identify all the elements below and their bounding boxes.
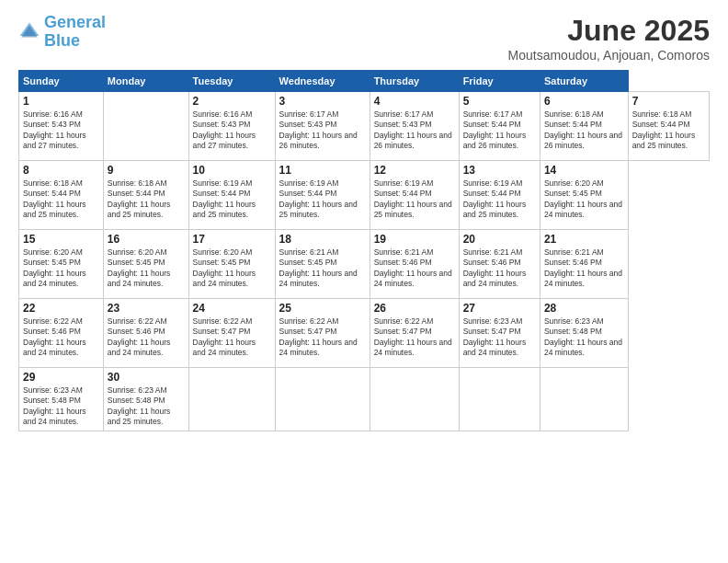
sunrise-text: Sunrise: 6:17 AM — [463, 109, 536, 120]
day-info: Sunrise: 6:20 AM Sunset: 5:45 PM Dayligh… — [544, 178, 624, 221]
calendar-week-row: 29 Sunrise: 6:23 AM Sunset: 5:48 PM Dayl… — [19, 368, 710, 431]
sunrise-text: Sunrise: 6:17 AM — [279, 109, 366, 120]
daylight-text: Daylight: 11 hours and 24 minutes. — [23, 407, 99, 428]
sunset-text: Sunset: 5:47 PM — [193, 327, 271, 337]
sunset-text: Sunset: 5:46 PM — [544, 258, 624, 268]
day-info: Sunrise: 6:17 AM Sunset: 5:44 PM Dayligh… — [463, 109, 536, 152]
day-info: Sunrise: 6:22 AM Sunset: 5:47 PM Dayligh… — [193, 316, 271, 359]
day-number: 14 — [544, 164, 624, 177]
day-number: 29 — [23, 371, 99, 384]
day-number: 8 — [23, 164, 99, 177]
daylight-text: Daylight: 11 hours and 24 minutes. — [279, 269, 366, 290]
table-row: 11 Sunrise: 6:19 AM Sunset: 5:44 PM Dayl… — [275, 161, 370, 230]
table-row: 3 Sunrise: 6:17 AM Sunset: 5:43 PM Dayli… — [275, 92, 370, 161]
day-info: Sunrise: 6:18 AM Sunset: 5:44 PM Dayligh… — [23, 178, 99, 221]
sunrise-text: Sunrise: 6:20 AM — [544, 178, 624, 189]
day-info: Sunrise: 6:18 AM Sunset: 5:44 PM Dayligh… — [544, 109, 624, 152]
day-info: Sunrise: 6:21 AM Sunset: 5:46 PM Dayligh… — [544, 247, 624, 290]
sunset-text: Sunset: 5:46 PM — [108, 327, 185, 337]
table-row: 26 Sunrise: 6:22 AM Sunset: 5:47 PM Dayl… — [370, 299, 459, 368]
sunrise-text: Sunrise: 6:22 AM — [193, 316, 271, 327]
daylight-text: Daylight: 11 hours and 25 minutes. — [108, 407, 185, 428]
day-info: Sunrise: 6:23 AM Sunset: 5:47 PM Dayligh… — [463, 316, 536, 359]
day-number: 21 — [544, 233, 624, 246]
daylight-text: Daylight: 11 hours and 26 minutes. — [463, 131, 536, 152]
table-row: 2 Sunrise: 6:16 AM Sunset: 5:43 PM Dayli… — [188, 92, 275, 161]
day-number: 13 — [463, 164, 536, 177]
table-row: 18 Sunrise: 6:21 AM Sunset: 5:45 PM Dayl… — [275, 230, 370, 299]
daylight-text: Daylight: 11 hours and 27 minutes. — [193, 131, 271, 152]
day-info: Sunrise: 6:22 AM Sunset: 5:47 PM Dayligh… — [279, 316, 366, 359]
day-info: Sunrise: 6:20 AM Sunset: 5:45 PM Dayligh… — [193, 247, 271, 290]
calendar-week-row: 8 Sunrise: 6:18 AM Sunset: 5:44 PM Dayli… — [19, 161, 710, 230]
table-row — [188, 368, 275, 431]
sunset-text: Sunset: 5:47 PM — [463, 327, 536, 337]
table-row — [275, 368, 370, 431]
daylight-text: Daylight: 11 hours and 24 minutes. — [193, 269, 271, 290]
day-number: 26 — [374, 302, 455, 315]
day-info: Sunrise: 6:18 AM Sunset: 5:44 PM Dayligh… — [632, 109, 705, 152]
sunset-text: Sunset: 5:46 PM — [374, 258, 455, 268]
day-number: 9 — [108, 164, 185, 177]
table-row: 16 Sunrise: 6:20 AM Sunset: 5:45 PM Dayl… — [103, 230, 188, 299]
sunrise-text: Sunrise: 6:23 AM — [463, 316, 536, 327]
table-row: 29 Sunrise: 6:23 AM Sunset: 5:48 PM Dayl… — [19, 368, 104, 431]
sunset-text: Sunset: 5:47 PM — [374, 327, 455, 337]
day-number: 28 — [544, 302, 624, 315]
day-number: 10 — [193, 164, 271, 177]
table-row: 6 Sunrise: 6:18 AM Sunset: 5:44 PM Dayli… — [540, 92, 628, 161]
table-row: 12 Sunrise: 6:19 AM Sunset: 5:44 PM Dayl… — [370, 161, 459, 230]
sunset-text: Sunset: 5:43 PM — [193, 120, 271, 130]
table-row: 14 Sunrise: 6:20 AM Sunset: 5:45 PM Dayl… — [540, 161, 628, 230]
table-row: 1 Sunrise: 6:16 AM Sunset: 5:43 PM Dayli… — [19, 92, 104, 161]
daylight-text: Daylight: 11 hours and 26 minutes. — [279, 131, 366, 152]
day-number: 12 — [374, 164, 455, 177]
header-tuesday: Tuesday — [188, 71, 275, 92]
day-info: Sunrise: 6:19 AM Sunset: 5:44 PM Dayligh… — [193, 178, 271, 221]
day-number: 16 — [108, 233, 185, 246]
sunrise-text: Sunrise: 6:23 AM — [544, 316, 624, 327]
header-saturday: Saturday — [540, 71, 628, 92]
header-friday: Friday — [459, 71, 540, 92]
sunrise-text: Sunrise: 6:21 AM — [544, 247, 624, 258]
header-monday: Monday — [103, 71, 188, 92]
day-number: 11 — [279, 164, 366, 177]
header: General Blue June 2025 Moutsamoudou, Anj… — [18, 14, 710, 63]
table-row: 9 Sunrise: 6:18 AM Sunset: 5:44 PM Dayli… — [103, 161, 188, 230]
sunset-text: Sunset: 5:44 PM — [463, 189, 536, 199]
calendar-table: Sunday Monday Tuesday Wednesday Thursday… — [18, 70, 710, 431]
sunset-text: Sunset: 5:48 PM — [23, 396, 99, 406]
day-number: 30 — [108, 371, 185, 384]
calendar-week-row: 15 Sunrise: 6:20 AM Sunset: 5:45 PM Dayl… — [19, 230, 710, 299]
sunrise-text: Sunrise: 6:18 AM — [108, 178, 185, 189]
daylight-text: Daylight: 11 hours and 25 minutes. — [108, 200, 185, 221]
daylight-text: Daylight: 11 hours and 24 minutes. — [374, 269, 455, 290]
sunset-text: Sunset: 5:46 PM — [463, 258, 536, 268]
logo-text: General Blue — [44, 14, 106, 51]
table-row: 23 Sunrise: 6:22 AM Sunset: 5:46 PM Dayl… — [103, 299, 188, 368]
table-row: 27 Sunrise: 6:23 AM Sunset: 5:47 PM Dayl… — [459, 299, 540, 368]
sunset-text: Sunset: 5:45 PM — [544, 189, 624, 199]
table-row: 8 Sunrise: 6:18 AM Sunset: 5:44 PM Dayli… — [19, 161, 104, 230]
sunset-text: Sunset: 5:45 PM — [193, 258, 271, 268]
daylight-text: Daylight: 11 hours and 24 minutes. — [108, 269, 185, 290]
sunrise-text: Sunrise: 6:19 AM — [463, 178, 536, 189]
day-info: Sunrise: 6:23 AM Sunset: 5:48 PM Dayligh… — [108, 385, 185, 428]
logo-icon — [18, 21, 40, 43]
sunrise-text: Sunrise: 6:21 AM — [279, 247, 366, 258]
day-number: 19 — [374, 233, 455, 246]
table-row: 7 Sunrise: 6:18 AM Sunset: 5:44 PM Dayli… — [628, 92, 709, 161]
sunset-text: Sunset: 5:44 PM — [632, 120, 705, 130]
daylight-text: Daylight: 11 hours and 24 minutes. — [544, 269, 624, 290]
day-info: Sunrise: 6:21 AM Sunset: 5:46 PM Dayligh… — [463, 247, 536, 290]
daylight-text: Daylight: 11 hours and 25 minutes. — [193, 200, 271, 221]
daylight-text: Daylight: 11 hours and 25 minutes. — [279, 200, 366, 221]
day-number: 6 — [544, 95, 624, 108]
sunrise-text: Sunrise: 6:19 AM — [193, 178, 271, 189]
daylight-text: Daylight: 11 hours and 26 minutes. — [374, 131, 455, 152]
sunset-text: Sunset: 5:45 PM — [279, 258, 366, 268]
table-row: 24 Sunrise: 6:22 AM Sunset: 5:47 PM Dayl… — [188, 299, 275, 368]
sunset-text: Sunset: 5:43 PM — [374, 120, 455, 130]
day-info: Sunrise: 6:16 AM Sunset: 5:43 PM Dayligh… — [23, 109, 99, 152]
day-info: Sunrise: 6:16 AM Sunset: 5:43 PM Dayligh… — [193, 109, 271, 152]
